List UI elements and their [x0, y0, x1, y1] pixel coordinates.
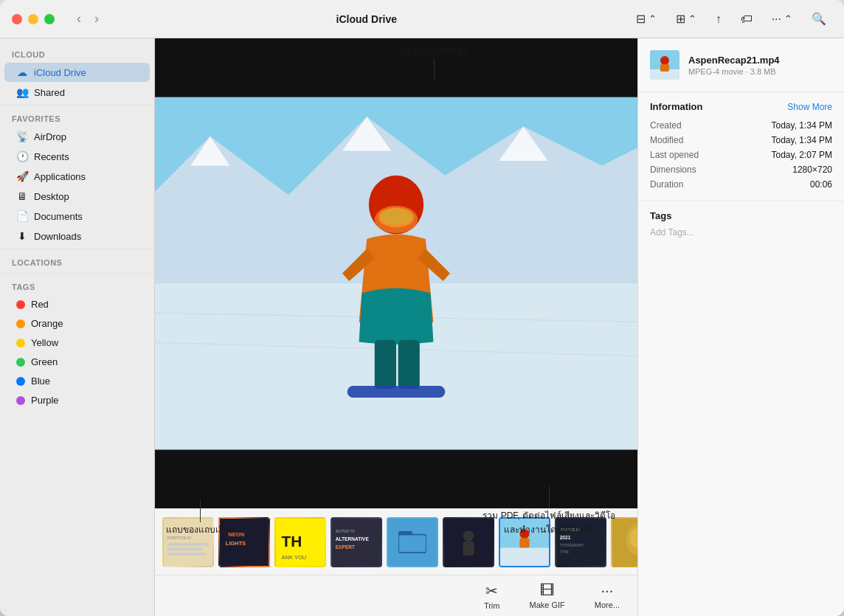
sidebar-item-icloud-drive[interactable]: ☁ iCloud Drive [4, 63, 150, 82]
sidebar-item-recents[interactable]: 🕐 Recents [4, 147, 150, 166]
right-panel: AspenRecap21.mp4 MPEG-4 movie · 3.8 MB I… [637, 38, 844, 616]
thumbnail-4[interactable]: INVITED TO ALTERNATIVE EXPERT [331, 517, 382, 567]
finder-window: ‹ › iCloud Drive ⊟ ⌃ ⊞ ⌃ ↑ 🏷 ··· ⌃ [0, 0, 844, 616]
thumbnail-3[interactable]: TH ANK YOU [274, 517, 326, 567]
svg-rect-19 [167, 547, 202, 550]
close-button[interactable] [12, 14, 22, 24]
duration-value: 00:06 [810, 179, 832, 190]
file-preview-header: AspenRecap21.mp4 MPEG-4 movie · 3.8 MB [638, 38, 844, 92]
forward-button[interactable]: › [90, 10, 103, 28]
blue-tag-dot [16, 377, 25, 386]
thumbnail-5[interactable] [387, 517, 438, 567]
sidebar-item-downloads[interactable]: ⬇ Downloads [4, 226, 150, 246]
more-label: More... [595, 601, 620, 609]
back-button[interactable]: ‹ [72, 10, 86, 28]
documents-label: Documents [34, 211, 83, 222]
sidebar-item-applications[interactable]: 🚀 Applications [4, 167, 150, 186]
titlebar: ‹ › iCloud Drive ⊟ ⌃ ⊞ ⌃ ↑ 🏷 ··· ⌃ [0, 0, 844, 38]
video-preview-area[interactable] [155, 38, 637, 508]
tags-title: Tags [650, 210, 832, 221]
svg-text:NEON: NEON [228, 530, 244, 537]
svg-rect-13 [375, 340, 396, 389]
sidebar-item-tag-yellow[interactable]: Yellow [4, 333, 150, 352]
sidebar-item-desktop[interactable]: 🖥 Desktop [4, 187, 150, 206]
sidebar-item-shared[interactable]: 👥 Shared [4, 83, 150, 102]
shared-label: Shared [34, 87, 65, 98]
thumbnail-2[interactable]: NEON LIGHTS [218, 517, 270, 567]
add-tags-input[interactable]: Add Tags... [650, 227, 832, 238]
information-section: Information Show More Created Today, 1:3… [638, 92, 844, 201]
desktop-icon: 🖥 [16, 190, 28, 202]
thumbnail-1[interactable]: PORTFOLIO [162, 517, 214, 567]
tag-yellow-label: Yellow [31, 337, 58, 348]
file-thumbnail [650, 50, 679, 80]
svg-text:EXPERT: EXPERT [336, 544, 355, 550]
modified-label: Modified [650, 135, 683, 145]
duration-label: Duration [650, 179, 683, 190]
tag-icon: 🏷 [741, 13, 753, 26]
sidebar-item-tag-blue[interactable]: Blue [4, 372, 150, 390]
svg-point-36 [463, 530, 474, 541]
svg-text:PORTFOLIO: PORTFOLIO [167, 536, 192, 540]
svg-point-12 [381, 209, 412, 224]
view-options-button[interactable]: ⊞ ⌃ [670, 9, 702, 29]
tag-red-label: Red [31, 299, 49, 310]
view-chevron: ⌃ [688, 13, 696, 24]
applications-label: Applications [34, 171, 86, 182]
sidebar-item-tag-green[interactable]: Green [4, 353, 150, 371]
thumbnails-strip: PORTFOLIO NEON LIGHTS [155, 508, 637, 575]
trim-button[interactable]: ✂ Trim [478, 579, 506, 613]
svg-rect-15 [347, 386, 446, 398]
search-button[interactable]: 🔍 [806, 9, 832, 29]
thumbnail-7[interactable] [499, 517, 550, 567]
more-icon: ··· [601, 582, 614, 599]
tag-orange-label: Orange [31, 318, 63, 329]
maximize-button[interactable] [44, 14, 55, 24]
applications-icon: 🚀 [16, 170, 28, 182]
minimize-button[interactable] [28, 14, 38, 24]
svg-rect-16 [164, 518, 212, 565]
sidebar-item-tag-orange[interactable]: Orange [4, 314, 150, 333]
favorites-section-header: Favorites [0, 108, 154, 126]
make-gif-button[interactable]: 🎞 Make GIF [523, 579, 570, 612]
svg-text:PORTFOLIO: PORTFOLIO [560, 527, 580, 531]
show-more-link[interactable]: Show More [787, 102, 832, 112]
sidebar-item-airdrop[interactable]: 📡 AirDrop [4, 127, 150, 146]
information-title: Information [650, 101, 703, 112]
red-tag-dot [16, 300, 25, 309]
window-controls [12, 14, 55, 24]
created-row: Created Today, 1:34 PM [650, 118, 832, 133]
sidebar-item-tag-red[interactable]: Red [4, 295, 150, 314]
desktop-label: Desktop [34, 191, 69, 202]
duration-row: Duration 00:06 [650, 177, 832, 192]
svg-text:ALTERNATIVE: ALTERNATIVE [336, 536, 370, 541]
svg-text:INVITED TO: INVITED TO [336, 529, 356, 533]
svg-rect-14 [398, 340, 420, 389]
main-content: iCloud ☁ iCloud Drive 👥 Shared Favorites… [0, 38, 844, 616]
more-actions-button[interactable]: ··· More... [589, 579, 626, 612]
thumbnail-8[interactable]: PORTFOLIO 2021 TYPOGRAPHY TYPE [555, 517, 606, 567]
icloud-drive-label: iCloud Drive [34, 67, 86, 78]
thumbnail-6[interactable] [443, 517, 494, 567]
svg-rect-41 [519, 538, 529, 547]
gallery-view-icon: ⊟ [636, 12, 646, 26]
share-button[interactable]: ↑ [710, 10, 727, 29]
svg-rect-42 [556, 518, 605, 565]
dimensions-label: Dimensions [650, 165, 696, 175]
sidebar-item-documents[interactable]: 📄 Documents [4, 207, 150, 226]
info-section-header: Information Show More [650, 101, 832, 112]
yellow-tag-dot [16, 339, 25, 347]
thumbnail-9[interactable] [611, 517, 637, 567]
more-options-button[interactable]: ··· ⌃ [766, 10, 798, 29]
svg-rect-27 [332, 518, 381, 565]
grid-icon: ⊞ [676, 12, 685, 26]
gallery-view-button[interactable]: ⊟ ⌃ [630, 9, 663, 29]
icloud-section-header: iCloud [0, 44, 154, 62]
svg-text:TYPE: TYPE [560, 550, 569, 554]
sidebar-item-tag-purple[interactable]: Purple [4, 391, 150, 409]
tag-button[interactable]: 🏷 [735, 10, 758, 29]
window-title: iCloud Drive [112, 13, 621, 25]
tags-section-header: Tags [0, 277, 154, 294]
airdrop-label: AirDrop [34, 131, 66, 142]
svg-text:TH: TH [282, 532, 302, 549]
